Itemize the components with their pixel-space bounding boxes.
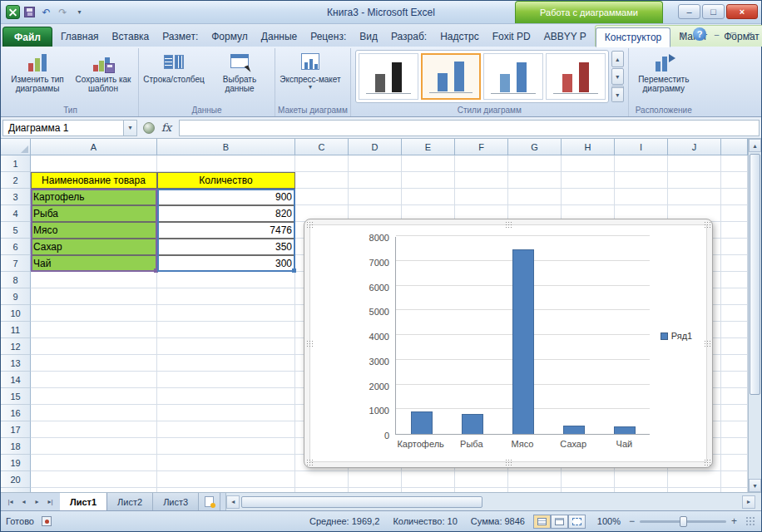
cell-K15[interactable] (721, 388, 748, 405)
row-header-20[interactable]: 20 (1, 471, 31, 488)
cell-A19[interactable] (31, 455, 157, 471)
cell-J20[interactable] (668, 471, 721, 488)
cell-C3[interactable] (295, 189, 349, 205)
cell-E3[interactable] (402, 189, 455, 205)
workbook-close-icon[interactable]: × (744, 28, 756, 41)
chart-bar-0[interactable] (411, 411, 433, 434)
cell-G2[interactable] (508, 172, 562, 189)
cell-B3[interactable]: 900 (157, 189, 295, 205)
ribbon-tab-1[interactable]: Вставка (106, 27, 156, 47)
cell-B20[interactable] (157, 471, 295, 488)
workbook-minimize-icon[interactable]: – (710, 28, 723, 41)
cell-A10[interactable] (31, 305, 157, 322)
cell-I20[interactable] (615, 471, 668, 488)
cell-K12[interactable] (721, 338, 748, 355)
row-header-13[interactable]: 13 (1, 355, 31, 372)
scroll-up-icon[interactable]: ▴ (749, 139, 761, 152)
cell-C2[interactable] (295, 172, 349, 189)
cell-E21[interactable] (402, 488, 455, 492)
cell-D21[interactable] (349, 488, 402, 492)
prev-sheet-icon[interactable]: ◂ (17, 495, 30, 509)
cell-J3[interactable] (668, 189, 721, 205)
column-header-I[interactable]: I (615, 139, 668, 155)
undo-button[interactable]: ↶ (39, 5, 53, 19)
close-button[interactable]: × (726, 4, 758, 19)
cell-K21[interactable] (721, 488, 748, 492)
row-header-11[interactable]: 11 (1, 322, 31, 338)
cell-E2[interactable] (402, 172, 455, 189)
cell-G20[interactable] (508, 471, 562, 488)
chart-handle[interactable] (704, 459, 710, 466)
cell-H21[interactable] (562, 488, 615, 492)
chart-handle[interactable] (704, 340, 710, 347)
ribbon-tab-9[interactable]: Foxit PD (486, 27, 537, 47)
cell-A8[interactable] (31, 272, 157, 288)
cell-A13[interactable] (31, 355, 157, 372)
column-header-E[interactable]: E (402, 139, 455, 155)
switch-row-column-button[interactable]: Строка/столбец (141, 49, 206, 104)
cell-B4[interactable]: 820 (157, 205, 295, 222)
vertical-scrollbar[interactable]: ▴ ▾ (748, 139, 761, 492)
cell-B14[interactable] (157, 372, 295, 388)
row-header-10[interactable]: 10 (1, 305, 31, 322)
insert-sheet-tab[interactable] (199, 493, 220, 510)
select-all-corner[interactable] (1, 139, 31, 155)
cell-A1[interactable] (31, 155, 157, 172)
cell-F20[interactable] (455, 471, 508, 488)
file-tab[interactable]: Файл (2, 27, 52, 47)
cell-B8[interactable] (157, 272, 295, 288)
sheet-tab-1[interactable]: Лист2 (107, 493, 153, 510)
cell-B6[interactable]: 350 (157, 239, 295, 255)
cell-E20[interactable] (402, 471, 455, 488)
cell-K8[interactable] (721, 272, 748, 288)
horizontal-scrollbar[interactable]: ◂ ▸ (225, 493, 761, 510)
cell-G21[interactable] (508, 488, 562, 492)
cell-K2[interactable] (721, 172, 748, 189)
zoom-in-icon[interactable]: + (731, 515, 737, 527)
cell-J21[interactable] (668, 488, 721, 492)
cell-K6[interactable] (721, 239, 748, 255)
cell-I1[interactable] (615, 155, 668, 172)
cell-B18[interactable] (157, 438, 295, 455)
horizontal-scroll-thumb[interactable] (241, 496, 482, 508)
row-header-12[interactable]: 12 (1, 338, 31, 355)
cell-B9[interactable] (157, 288, 295, 305)
chart-bar-1[interactable] (462, 414, 483, 434)
row-header-6[interactable]: 6 (1, 239, 31, 255)
record-macro-icon[interactable] (42, 516, 52, 526)
cell-B15[interactable] (157, 388, 295, 405)
cell-A2[interactable]: Наименование товара (31, 172, 157, 189)
page-layout-view-button[interactable] (551, 515, 568, 529)
cell-C1[interactable] (295, 155, 349, 172)
maximize-button[interactable]: □ (702, 4, 725, 19)
column-header-G[interactable]: G (508, 139, 562, 155)
chart-handle[interactable] (505, 459, 512, 466)
scroll-right-icon[interactable]: ▸ (742, 495, 755, 509)
chart-handle[interactable] (306, 459, 313, 466)
cell-F21[interactable] (455, 488, 508, 492)
cell-B7[interactable]: 300 (157, 255, 295, 272)
cell-A3[interactable]: Картофель (31, 189, 157, 205)
chart-bar-3[interactable] (563, 426, 585, 434)
vertical-scroll-thumb[interactable] (750, 154, 760, 395)
row-header-7[interactable]: 7 (1, 255, 31, 272)
chart-legend[interactable]: Ряд1 (650, 237, 703, 435)
cell-I3[interactable] (615, 189, 668, 205)
row-header-2[interactable]: 2 (1, 172, 31, 189)
gallery-down-icon[interactable]: ▾ (611, 68, 624, 85)
chart-handle[interactable] (505, 221, 512, 228)
cell-B12[interactable] (157, 338, 295, 355)
formula-bar-sphere-icon[interactable] (143, 122, 155, 134)
cell-K1[interactable] (721, 155, 748, 172)
insert-function-icon[interactable]: fx (161, 121, 171, 134)
cell-F3[interactable] (455, 189, 508, 205)
cell-A17[interactable] (31, 421, 157, 438)
redo-button[interactable]: ↷ (56, 5, 70, 19)
name-box-dropdown-icon[interactable]: ▾ (124, 120, 137, 136)
excel-app-icon[interactable] (6, 5, 20, 19)
change-chart-type-button[interactable]: Изменить тип диаграммы (5, 49, 70, 104)
cell-A6[interactable]: Сахар (31, 239, 157, 255)
cell-K5[interactable] (721, 222, 748, 239)
quick-layout-button[interactable]: Экспресс-макет ▾ (278, 49, 343, 104)
column-header-A[interactable]: A (31, 139, 157, 155)
